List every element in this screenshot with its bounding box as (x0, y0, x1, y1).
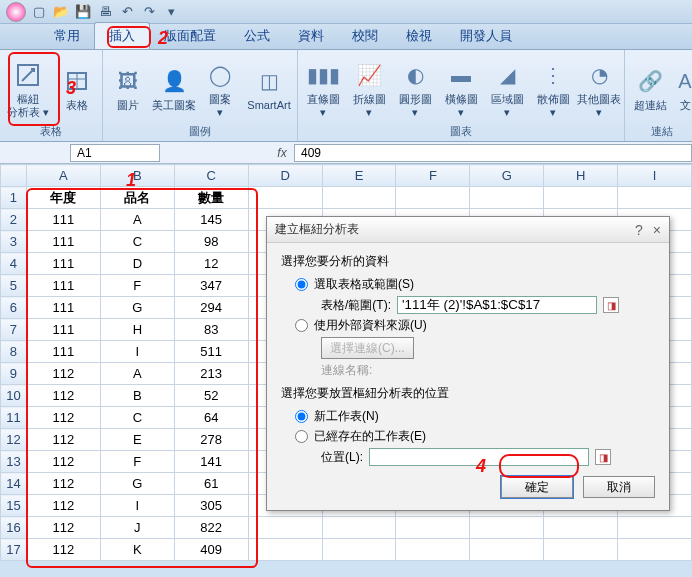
col-header[interactable]: C (174, 165, 248, 187)
cell[interactable]: 111 (26, 341, 100, 363)
cell[interactable]: K (100, 539, 174, 561)
row-header[interactable]: 11 (1, 407, 27, 429)
close-icon[interactable]: × (653, 222, 661, 238)
row-header[interactable]: 16 (1, 517, 27, 539)
cell[interactable]: A (100, 363, 174, 385)
cell[interactable]: 83 (174, 319, 248, 341)
row-header[interactable]: 6 (1, 297, 27, 319)
location-ref-icon[interactable]: ◨ (595, 449, 611, 465)
cell[interactable]: 112 (26, 385, 100, 407)
name-box[interactable]: A1 (70, 144, 160, 162)
cell[interactable]: 278 (174, 429, 248, 451)
cell[interactable] (470, 539, 544, 561)
cell[interactable] (396, 517, 470, 539)
cell[interactable]: 305 (174, 495, 248, 517)
ok-button[interactable]: 確定 (501, 476, 573, 498)
cell[interactable]: J (100, 517, 174, 539)
text-button[interactable]: A文 (675, 65, 692, 111)
tab-review[interactable]: 校閱 (338, 23, 392, 49)
cell[interactable] (248, 187, 322, 209)
cell[interactable]: 145 (174, 209, 248, 231)
qat-more-icon[interactable]: ▾ (162, 3, 180, 21)
cell[interactable] (544, 539, 618, 561)
cell[interactable]: 112 (26, 539, 100, 561)
cell[interactable]: 61 (174, 473, 248, 495)
tab-view[interactable]: 檢視 (392, 23, 446, 49)
col-header[interactable]: A (26, 165, 100, 187)
cell[interactable] (544, 187, 618, 209)
cell[interactable] (322, 539, 396, 561)
col-header[interactable]: I (618, 165, 692, 187)
cell[interactable]: 111 (26, 231, 100, 253)
row-header[interactable]: 12 (1, 429, 27, 451)
row-header[interactable]: 9 (1, 363, 27, 385)
qat-new-icon[interactable]: ▢ (30, 3, 48, 21)
column-chart-button[interactable]: ▮▮▮直條圖▾ (302, 59, 344, 117)
cell[interactable] (396, 187, 470, 209)
other-charts-button[interactable]: ◔其他圖表▾ (578, 59, 620, 117)
cell[interactable]: 64 (174, 407, 248, 429)
qat-redo-icon[interactable]: ↷ (140, 3, 158, 21)
cell[interactable] (618, 187, 692, 209)
hbar-chart-button[interactable]: ▬橫條圖▾ (440, 59, 482, 117)
cell[interactable] (248, 517, 322, 539)
cell[interactable]: I (100, 495, 174, 517)
qat-print-icon[interactable]: 🖶 (96, 3, 114, 21)
cell[interactable] (322, 187, 396, 209)
cell[interactable]: 98 (174, 231, 248, 253)
data-header-cell[interactable]: 年度 (26, 187, 100, 209)
col-header[interactable]: F (396, 165, 470, 187)
row-header[interactable]: 4 (1, 253, 27, 275)
cell[interactable]: 52 (174, 385, 248, 407)
qat-undo-icon[interactable]: ↶ (118, 3, 136, 21)
data-header-cell[interactable]: 數量 (174, 187, 248, 209)
col-header[interactable]: E (322, 165, 396, 187)
cancel-button[interactable]: 取消 (583, 476, 655, 498)
select-all-corner[interactable] (1, 165, 27, 187)
cell[interactable]: I (100, 341, 174, 363)
dialog-titlebar[interactable]: 建立樞紐分析表 ? × (267, 217, 669, 243)
cell[interactable]: 111 (26, 297, 100, 319)
tab-home[interactable]: 常用 (40, 23, 94, 49)
shapes-button[interactable]: ◯圖案▾ (199, 59, 241, 117)
smartart-button[interactable]: ◫SmartArt (245, 65, 293, 111)
cell[interactable]: 111 (26, 209, 100, 231)
data-header-cell[interactable]: 品名 (100, 187, 174, 209)
cell[interactable]: 12 (174, 253, 248, 275)
clipart-button[interactable]: 👤美工圖案 (153, 65, 195, 111)
row-header[interactable]: 8 (1, 341, 27, 363)
help-icon[interactable]: ? (635, 222, 643, 238)
cell[interactable]: 141 (174, 451, 248, 473)
col-header[interactable]: B (100, 165, 174, 187)
cell[interactable]: H (100, 319, 174, 341)
cell[interactable]: C (100, 231, 174, 253)
radio-existing-sheet[interactable] (295, 430, 308, 443)
row-header[interactable]: 2 (1, 209, 27, 231)
tab-insert[interactable]: 插入 (94, 22, 150, 49)
cell[interactable]: D (100, 253, 174, 275)
tab-data[interactable]: 資料 (284, 23, 338, 49)
cell[interactable] (396, 539, 470, 561)
cell[interactable] (248, 539, 322, 561)
tab-developer[interactable]: 開發人員 (446, 23, 526, 49)
range-input[interactable] (397, 296, 597, 314)
cell[interactable]: E (100, 429, 174, 451)
row-header[interactable]: 13 (1, 451, 27, 473)
cell[interactable]: 213 (174, 363, 248, 385)
col-header[interactable]: D (248, 165, 322, 187)
cell[interactable]: G (100, 297, 174, 319)
qat-open-icon[interactable]: 📂 (52, 3, 70, 21)
radio-new-sheet[interactable] (295, 410, 308, 423)
row-header[interactable]: 5 (1, 275, 27, 297)
row-header[interactable]: 14 (1, 473, 27, 495)
qat-save-icon[interactable]: 💾 (74, 3, 92, 21)
fx-label[interactable]: fx (270, 146, 294, 160)
col-header[interactable]: H (544, 165, 618, 187)
office-button[interactable] (6, 2, 26, 22)
cell[interactable]: 511 (174, 341, 248, 363)
col-header[interactable]: G (470, 165, 544, 187)
row-header[interactable]: 15 (1, 495, 27, 517)
row-header[interactable]: 7 (1, 319, 27, 341)
cell[interactable]: 111 (26, 319, 100, 341)
formula-input[interactable]: 409 (294, 144, 692, 162)
